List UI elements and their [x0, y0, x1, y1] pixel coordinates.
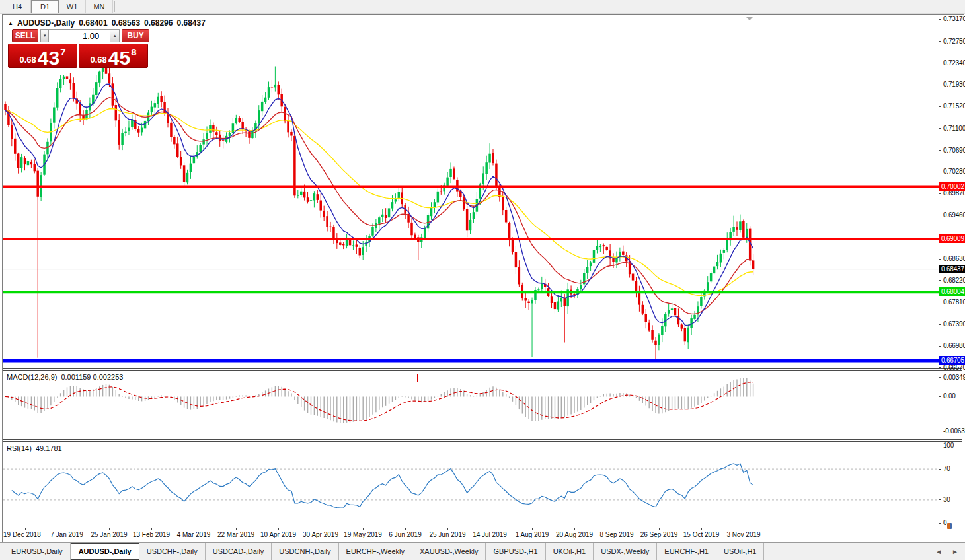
tabs-scroll-left-button[interactable]: ◄ [935, 548, 942, 555]
buy-price-pipette: 8 [131, 46, 136, 57]
date-tick-mark [659, 528, 660, 530]
axis-tick-label: 30 [943, 496, 950, 503]
tab-eurchf-weekly[interactable]: EURCHF-,Weekly [339, 543, 412, 560]
volume-increase-button[interactable]: ▲ [110, 29, 120, 42]
date-axis[interactable]: 19 Dec 20187 Jan 201925 Jan 201913 Feb 2… [3, 528, 939, 542]
buy-price-button[interactable]: 0.68 45 8 [79, 44, 148, 68]
tab-usdchf-daily[interactable]: USDCHF-,Daily [139, 543, 206, 560]
date-tick-label: 14 Jul 2019 [473, 531, 507, 538]
axis-tick-label: 0.71520 [943, 102, 965, 110]
axis-tick-mark [939, 302, 941, 302]
sell-price-prefix: 0.68 [19, 55, 36, 65]
tab-gbpusd-h1[interactable]: GBPUSD-,H1 [486, 543, 545, 560]
macd-plot[interactable] [3, 371, 939, 439]
tab-audusd-daily[interactable]: AUDUSD-,Daily [71, 543, 139, 560]
sell-price-button[interactable]: 0.68 43 7 [8, 44, 77, 68]
date-tick-mark [532, 528, 533, 530]
tab-ukoil-h1[interactable]: UKOil-,H1 [546, 543, 594, 560]
collapse-arrow-icon[interactable]: ▲ [8, 20, 13, 26]
sell-button[interactable]: SELL [12, 29, 38, 42]
axis-tick-mark [939, 523, 941, 524]
axis-tick-label: 0.66980 [943, 342, 965, 349]
rsi-plot[interactable] [3, 442, 939, 526]
macd-label: MACD(12,26,9) 0.001159 0.002253 [7, 373, 123, 381]
axis-tick-mark [939, 85, 941, 85]
axis-tick-mark [939, 324, 941, 325]
date-tick-mark [405, 528, 406, 530]
sell-price-pips: 43 [38, 49, 59, 68]
chevron-up-icon: ▲ [113, 34, 117, 38]
axis-tick-mark [939, 106, 941, 107]
price-axis[interactable]: 0.731700.727500.723400.719300.715200.711… [939, 15, 962, 528]
axis-tick-mark [939, 172, 941, 172]
axis-tick-label: 70 [943, 465, 950, 472]
macd-indicator-name: MACD(12,26,9) [7, 373, 57, 381]
price-level-badge: 0.70002 [939, 182, 965, 191]
date-tick-mark [321, 528, 321, 530]
buy-button[interactable]: BUY [122, 29, 149, 42]
date-tick-label: 19 May 2019 [344, 531, 382, 538]
ohlc-low: 0.68296 [144, 18, 173, 28]
price-level-badge: 0.69009 [939, 234, 965, 243]
date-tick-mark [574, 528, 575, 530]
timeframe-button-d1[interactable]: D1 [31, 0, 59, 13]
axis-tick-mark [939, 150, 941, 151]
date-tick-mark [617, 528, 617, 530]
tab-eurchf-h1[interactable]: EURCHF-,H1 [657, 543, 716, 560]
axis-tick-label: 0.73170 [943, 15, 965, 22]
axis-tick-mark [939, 377, 941, 378]
axis-tick-mark [939, 469, 941, 470]
axis-tick-label: 0.67390 [943, 320, 965, 328]
volume-input[interactable] [49, 29, 110, 42]
axis-tick-label: 0.70280 [943, 168, 965, 175]
date-tick-mark [363, 528, 364, 530]
tab-usoil-h1[interactable]: USOil-,H1 [716, 543, 765, 560]
axis-tick-label: 0.68630 [943, 255, 965, 262]
axis-tick-label: 0.70690 [943, 147, 965, 154]
tab-eurusd-daily[interactable]: EURUSD-,Daily [4, 543, 71, 560]
date-tick-label: 19 Dec 2018 [3, 531, 41, 538]
axis-tick-mark [939, 346, 941, 347]
timeframe-buttons: H4D1W1MN [0, 0, 113, 13]
axis-tick-label: 0.71930 [943, 81, 965, 88]
axis-tick-mark [939, 193, 941, 194]
date-tick-mark [236, 528, 237, 530]
symbol-ohlc-line: ▲ AUDUSD-,Daily 0.68401 0.68563 0.68296 … [8, 18, 206, 28]
timeframe-toolbar: H4D1W1MN [0, 0, 965, 14]
tab-usdcad-daily[interactable]: USDCAD-,Daily [206, 543, 272, 560]
one-click-trading-panel: SELL ▼ ▲ BUY 0.68 43 7 0.68 45 8 [8, 29, 149, 68]
date-tick-label: 15 Oct 2019 [683, 531, 719, 538]
tabs-scroll-arrows: ◄ ► [935, 543, 958, 560]
date-tick-mark [194, 528, 194, 530]
ohlc-open: 0.68401 [79, 18, 107, 28]
date-tick-mark [701, 528, 702, 530]
axis-tick-label: 0.00349 [943, 374, 965, 381]
date-tick-mark [490, 528, 490, 530]
volume-decrease-button[interactable]: ▼ [40, 29, 49, 42]
axis-tick-mark [939, 41, 941, 42]
timeframe-button-h4[interactable]: H4 [4, 0, 31, 13]
axis-tick-label: 0.71100 [943, 125, 965, 132]
date-tick-label: 25 Jan 2019 [91, 531, 127, 538]
axis-tick-label: 0.66570 [943, 364, 965, 371]
price-level-badge: 0.68004 [939, 287, 965, 296]
ohlc-high: 0.68563 [112, 18, 140, 28]
date-tick-mark [278, 528, 279, 530]
chevron-down-icon: ▼ [43, 34, 47, 38]
date-tick-label: 1 Aug 2019 [516, 531, 549, 538]
tab-usdcnh-daily[interactable]: USDCNH-,Daily [272, 543, 338, 560]
buy-price-pips: 45 [108, 49, 130, 68]
trading-terminal-window: H4D1W1MN 0.731700.727500.723400.719300.7… [0, 0, 965, 560]
tab-usdx-weekly[interactable]: USDX-,Weekly [594, 543, 657, 560]
timeframe-button-mn[interactable]: MN [86, 0, 113, 13]
axis-tick-mark [939, 499, 941, 500]
tab-xauusd-weekly[interactable]: XAUUSD-,Weekly [412, 543, 486, 560]
date-tick-label: 25 Jun 2019 [429, 531, 465, 538]
axis-tick-label: 0.00 [943, 392, 956, 400]
tabs-scroll-right-button[interactable]: ► [952, 548, 958, 555]
chart-window: 0.731700.727500.723400.719300.715200.711… [2, 14, 964, 543]
macd-indicator-values: 0.001159 0.002253 [61, 373, 123, 381]
axis-tick-mark [939, 367, 941, 368]
chart-shift-marker-icon [746, 17, 753, 20]
timeframe-button-w1[interactable]: W1 [59, 0, 86, 13]
